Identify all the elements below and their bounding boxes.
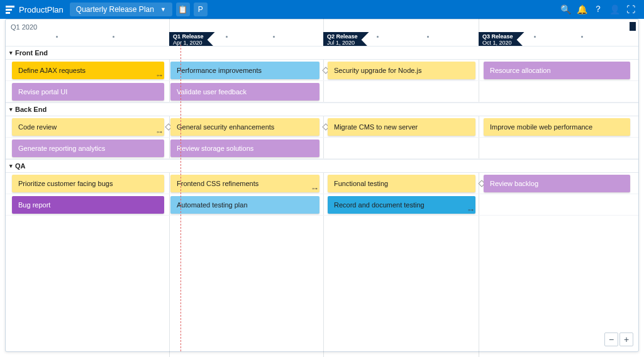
bar-label: Generate reporting analytics: [18, 145, 105, 152]
bar-label: Automated testing plan: [177, 201, 248, 209]
timeline-row: Prioritize customer facing bugsFrontend …: [6, 173, 638, 194]
chevron-down-icon: ▾: [9, 163, 13, 169]
link-icon: ⊶: [312, 185, 318, 192]
roadmap-bar[interactable]: Code review⊶: [12, 118, 164, 136]
brand: ProductPlan: [5, 4, 64, 14]
user-icon[interactable]: 👤: [606, 1, 623, 18]
bar-label: General security enhancements: [177, 123, 274, 131]
lane-title: QA: [15, 162, 26, 170]
roadmap-bar[interactable]: Define AJAX requests⊶: [12, 62, 164, 79]
milestone-title: Q3 Release: [482, 33, 513, 40]
milestone[interactable]: Q1 ReleaseApr 1, 2020: [169, 32, 215, 48]
roadmap-bar[interactable]: Prioritize customer facing bugs: [12, 175, 164, 192]
tick-marker: [581, 36, 583, 38]
roadmap-bar[interactable]: Performance improvements: [170, 62, 319, 79]
milestone-title: Q1 Release: [173, 33, 204, 40]
timeline-row: Revise portal UIValidate user feedback: [6, 81, 638, 102]
timeline-row: Bug reportAutomated testing planRecord a…: [6, 194, 638, 216]
clipboard-button[interactable]: 📋: [176, 3, 190, 16]
roadmap-bar[interactable]: Resource allocation: [484, 62, 630, 79]
roadmap-bar[interactable]: Validate user feedback: [170, 83, 319, 101]
roadmap-bar[interactable]: Review storage solutions: [170, 140, 319, 157]
lanes-container: ▾Front EndDefine AJAX requests⊶Performan…: [6, 46, 638, 351]
roadmap-bar[interactable]: General security enhancements: [170, 118, 319, 136]
bar-label: Performance improvements: [177, 67, 262, 74]
roadmap-bar[interactable]: Frontend CSS refinements⊶: [170, 175, 319, 192]
lane-header[interactable]: ▾Back End: [6, 102, 638, 116]
tick-marker: [377, 36, 379, 38]
bar-label: Revise portal UI: [18, 88, 67, 96]
bar-label: Improve mobile web performance: [490, 123, 592, 131]
roadmap-bar[interactable]: Improve mobile web performance: [484, 118, 630, 136]
lane-title: Front End: [15, 49, 48, 57]
zoom-controls: − +: [604, 332, 633, 346]
svg-rect-0: [6, 6, 14, 8]
bell-icon[interactable]: 🔔: [574, 1, 590, 18]
bar-label: Bug report: [18, 201, 50, 209]
roadmap-bar[interactable]: Revise portal UI: [12, 83, 164, 101]
roadmap-bar[interactable]: Generate reporting analytics: [12, 140, 164, 157]
help-icon[interactable]: ？: [590, 1, 606, 18]
roadmap-bar[interactable]: Record and document testing⊶: [328, 196, 475, 214]
bar-label: Review storage solutions: [177, 145, 253, 152]
top-bar: ProductPlan Quarterly Release Plan ▼ 📋 P…: [0, 0, 644, 19]
roadmap-bar[interactable]: Bug report: [12, 196, 164, 214]
link-icon: ⊶: [157, 129, 162, 135]
bar-label: Functional testing: [334, 180, 388, 187]
search-icon[interactable]: 🔍: [557, 1, 574, 18]
roadmap-bar[interactable]: Security upgrade for Node.js: [328, 62, 475, 79]
bar-label: Define AJAX requests: [18, 67, 86, 74]
roadmap-bar[interactable]: Review backlog: [484, 175, 630, 192]
bar-label: Resource allocation: [490, 67, 551, 74]
roadmap-bar[interactable]: Functional testing: [328, 175, 475, 192]
roadmap-bar[interactable]: Automated testing plan: [170, 196, 319, 214]
parking-lot-button[interactable]: P: [194, 3, 208, 16]
tick-marker: [273, 36, 275, 38]
plan-name: Quarterly Release Plan: [76, 5, 154, 14]
fullscreen-icon[interactable]: ⛶: [623, 1, 639, 18]
tick-marker: [534, 36, 536, 38]
milestone[interactable]: Q2 ReleaseJul 1, 2020: [323, 32, 369, 48]
bar-label: Record and document testing: [334, 201, 425, 209]
chevron-down-icon: ▼: [160, 6, 166, 13]
tick-marker: [113, 36, 114, 38]
bar-label: Prioritize customer facing bugs: [18, 180, 113, 187]
svg-rect-1: [6, 9, 12, 11]
milestone[interactable]: Q3 ReleaseOct 1, 2020: [479, 32, 525, 48]
milestone-title: Q2 Release: [327, 33, 358, 40]
bar-label: Frontend CSS refinements: [177, 180, 258, 187]
today-line: [180, 45, 181, 351]
svg-rect-2: [6, 12, 10, 14]
lane-title: Back End: [15, 106, 47, 113]
timeline-row: Define AJAX requests⊶Performance improve…: [6, 60, 638, 81]
timeline-row: Code review⊶General security enhancement…: [6, 116, 638, 138]
link-icon: ⊶: [468, 207, 474, 213]
bar-label: Migrate CMS to new server: [334, 123, 418, 131]
lane-header[interactable]: ▾QA: [6, 159, 638, 173]
lane-header[interactable]: ▾Front End: [6, 46, 638, 60]
roadmap-bar[interactable]: Migrate CMS to new server: [328, 118, 475, 136]
tick-marker: [226, 36, 228, 38]
timeline-header: Q1 ReleaseApr 1, 2020Q2 ReleaseJul 1, 20…: [6, 19, 638, 46]
brand-label: ProductPlan: [19, 5, 64, 14]
tick-marker: [427, 36, 429, 38]
plan-select[interactable]: Quarterly Release Plan ▼: [70, 3, 172, 16]
bar-label: Review backlog: [490, 180, 538, 187]
chevron-down-icon: ▾: [9, 50, 13, 56]
zoom-out-button[interactable]: −: [604, 332, 618, 346]
board: Q1 2020 Q1 ReleaseApr 1, 2020Q2 ReleaseJ…: [5, 19, 639, 352]
zoom-in-button[interactable]: +: [619, 332, 633, 346]
chevron-down-icon: ▾: [9, 106, 13, 113]
bar-label: Security upgrade for Node.js: [334, 67, 421, 74]
bar-label: Code review: [18, 123, 57, 131]
bar-label: Validate user feedback: [177, 88, 247, 96]
tick-marker: [56, 36, 58, 38]
brand-icon: [5, 4, 15, 14]
link-icon: ⊶: [157, 72, 162, 79]
timeline-row: Generate reporting analyticsReview stora…: [6, 138, 638, 159]
